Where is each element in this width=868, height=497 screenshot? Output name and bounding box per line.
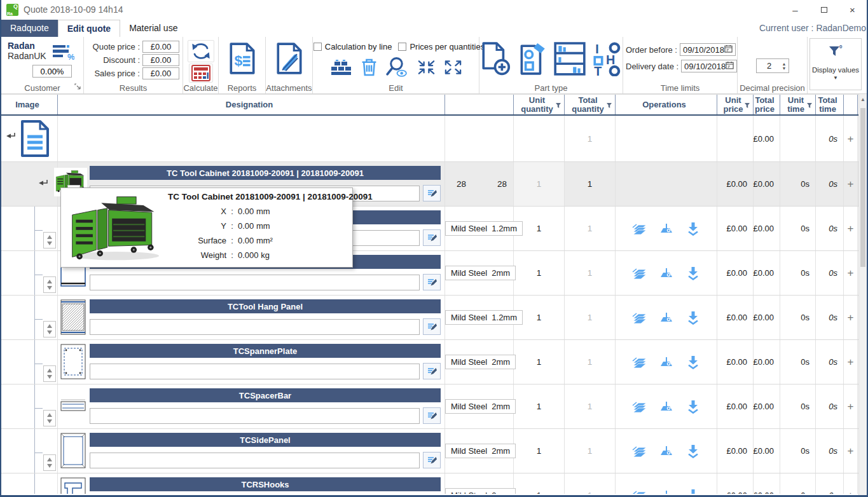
quote-document-icon[interactable] <box>20 119 50 160</box>
assembly-quantity-b[interactable]: 28 <box>497 179 507 189</box>
sales-price-value[interactable]: £0.00 <box>142 67 179 79</box>
filter-funnel-icon[interactable] <box>744 102 750 111</box>
folding-operation-button[interactable] <box>659 400 674 414</box>
material-selector[interactable]: Mild Steel 1.2mm <box>445 221 523 236</box>
material-selector[interactable]: Mild Steel 2mm <box>445 444 516 458</box>
quantity-spinner[interactable] <box>43 365 56 382</box>
add-operation-button[interactable]: + <box>848 133 854 144</box>
quantity-spinner[interactable] <box>43 454 56 471</box>
download-operation-button[interactable] <box>685 266 701 280</box>
stock-shelf-button[interactable] <box>553 42 586 78</box>
collapse-arrow-icon[interactable] <box>6 132 16 142</box>
tab-material-use[interactable]: Material use <box>120 20 186 37</box>
folding-operation-button[interactable] <box>659 444 674 458</box>
attachments-button[interactable] <box>276 43 303 76</box>
edit-designation-button[interactable] <box>423 452 441 468</box>
designation-input[interactable] <box>90 408 420 424</box>
tab-edit-quote[interactable]: Edit quote <box>58 20 120 37</box>
cutting-operation-button[interactable] <box>632 222 647 236</box>
cutting-operation-button[interactable] <box>632 266 647 280</box>
designation-input[interactable] <box>90 453 420 468</box>
column-header-unit-time[interactable]: Unit time <box>780 95 816 114</box>
collapse-all-button[interactable] <box>417 59 436 78</box>
customer-discount-icon[interactable]: % <box>52 43 74 63</box>
designation-input[interactable] <box>90 275 420 290</box>
cutting-operation-button[interactable] <box>632 444 647 458</box>
edit-designation-button[interactable] <box>423 318 441 335</box>
filter-funnel-icon[interactable] <box>806 102 813 111</box>
maximize-button[interactable] <box>809 0 838 19</box>
column-header-unit-quantity[interactable]: Unit quantity <box>514 95 565 114</box>
customer-dialog-launcher-icon[interactable] <box>74 82 81 92</box>
add-operation-button[interactable]: + <box>848 268 854 278</box>
folding-operation-button[interactable] <box>659 266 674 280</box>
folding-operation-button[interactable] <box>659 355 674 369</box>
discount-value[interactable]: £0.00 <box>142 54 179 66</box>
calculator-button[interactable] <box>189 64 213 83</box>
calendar-icon[interactable] <box>724 44 733 55</box>
decimal-precision-spinner[interactable]: 2 ▲▼ <box>756 58 789 73</box>
column-header-total-time[interactable]: Total time <box>816 95 844 114</box>
quantity-spinner[interactable] <box>43 410 56 426</box>
material-selector[interactable]: Mild Steel 2mm <box>445 266 516 280</box>
order-before-date-input[interactable]: 09/10/2018 <box>680 43 736 56</box>
download-operation-button[interactable] <box>685 444 701 458</box>
column-header-total-quantity[interactable]: Total quantity <box>565 95 616 114</box>
material-selector[interactable]: Mild Steel 2mm <box>445 488 516 494</box>
customer-discount-input[interactable] <box>32 65 72 78</box>
folding-operation-button[interactable] <box>659 311 674 325</box>
cutting-operation-button[interactable] <box>632 489 647 494</box>
column-header-total-price[interactable]: Total price <box>754 95 780 114</box>
scrollbar-thumb[interactable] <box>860 108 865 267</box>
edit-designation-button[interactable] <box>423 363 441 379</box>
add-operation-button[interactable]: + <box>848 312 854 323</box>
material-selector[interactable]: Mild Steel 1.2mm <box>445 310 523 325</box>
cutting-operation-button[interactable] <box>632 355 647 369</box>
reports-button[interactable]: $ <box>229 43 256 76</box>
add-operation-button[interactable]: + <box>848 401 854 412</box>
edit-part-button[interactable] <box>518 42 547 78</box>
edit-designation-button[interactable] <box>423 407 441 424</box>
download-operation-button[interactable] <box>685 311 701 325</box>
recalculate-button[interactable] <box>188 40 214 62</box>
add-operation-button[interactable]: + <box>848 446 854 456</box>
add-operation-button[interactable]: + <box>848 490 854 494</box>
edit-designation-button[interactable] <box>423 229 441 246</box>
delivery-date-input[interactable]: 09/10/2018 <box>681 60 737 72</box>
display-values-button[interactable]: 0 Display values ▼ <box>809 38 862 90</box>
minimize-button[interactable]: – <box>781 0 809 19</box>
calculation-by-line-checkbox[interactable] <box>313 43 322 51</box>
collapse-arrow-icon[interactable] <box>38 179 48 189</box>
column-header-image[interactable]: Image <box>1 95 58 114</box>
material-selector[interactable]: Mild Steel 2mm <box>445 355 516 369</box>
prices-per-quantities-checkbox[interactable] <box>398 43 406 51</box>
spin-down-icon[interactable]: ▼ <box>782 66 787 71</box>
folding-operation-button[interactable] <box>659 489 674 494</box>
edit-designation-button[interactable] <box>423 274 441 290</box>
hardware-symbols-button[interactable]: IHT <box>593 42 622 78</box>
cutting-operation-button[interactable] <box>632 400 647 414</box>
add-operation-button[interactable]: + <box>848 223 854 234</box>
column-header-operations[interactable]: Operations <box>616 95 717 114</box>
download-operation-button[interactable] <box>685 355 701 369</box>
filter-funnel-icon[interactable] <box>555 102 561 111</box>
close-button[interactable]: × <box>838 0 867 19</box>
filter-funnel-icon[interactable] <box>606 102 612 111</box>
tab-radquote[interactable]: Radquote <box>1 20 58 37</box>
folding-operation-button[interactable] <box>659 222 674 236</box>
vertical-scrollbar[interactable]: ▲ <box>858 94 867 495</box>
delete-button[interactable] <box>361 58 377 78</box>
assembly-quantity-a[interactable]: 28 <box>457 179 466 189</box>
edit-designation-button[interactable] <box>423 185 441 201</box>
expand-all-button[interactable] <box>444 59 462 78</box>
quantity-spinner[interactable] <box>43 321 56 337</box>
column-header-designation[interactable]: Designation <box>58 95 445 114</box>
build-assembly-button[interactable] <box>330 58 353 78</box>
quantity-spinner[interactable] <box>43 232 56 248</box>
designation-input[interactable] <box>90 319 420 335</box>
designation-input[interactable] <box>90 364 420 379</box>
material-selector[interactable]: Mild Steel 2mm <box>445 399 516 414</box>
column-header-blank[interactable] <box>445 95 514 114</box>
preview-search-button[interactable] <box>385 57 409 79</box>
add-operation-button[interactable]: + <box>848 357 854 367</box>
